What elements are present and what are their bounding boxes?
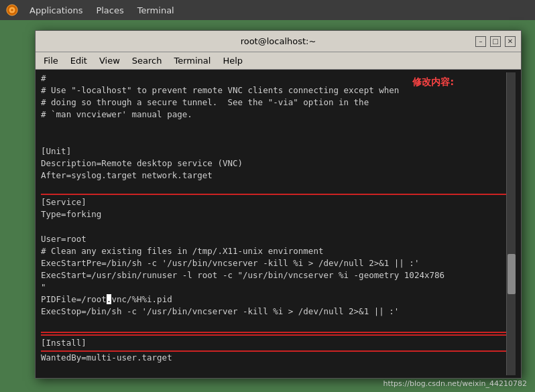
menu-help[interactable]: Help (217, 54, 248, 68)
line-3: # doing so through a secure tunnel. See … (41, 96, 506, 109)
line-7: [Unit] (41, 145, 506, 157)
watermark-url: https://blog.csdn.net/weixin_44210782 (383, 379, 527, 388)
line-wantedby: WantedBy=multi-user.target (41, 352, 506, 364)
menu-file[interactable]: File (38, 54, 64, 68)
top-menubar: Applications Places Terminal (0, 0, 535, 20)
line-6 (41, 133, 506, 145)
line-user: User=root (41, 233, 506, 245)
line-1: # (41, 72, 506, 84)
svg-point-2 (11, 9, 13, 11)
menu-edit[interactable]: Edit (65, 54, 93, 68)
minimize-button[interactable]: – (475, 36, 486, 47)
close-button[interactable]: ✕ (505, 36, 516, 47)
window-controls: – □ ✕ (475, 36, 516, 47)
line-5 (41, 121, 506, 133)
line-2: # Use "-localhost" to prevent remote VNC… (41, 84, 506, 96)
line-blank2 (41, 318, 506, 330)
line-8: Description=Remote desktop service (VNC) (41, 157, 506, 170)
window-title: root@localhost:~ (81, 36, 475, 46)
top-terminal-menu[interactable]: Terminal (132, 3, 180, 18)
line-9: After=syslog.target network.target (41, 170, 506, 182)
top-applications-menu[interactable]: Applications (24, 3, 88, 18)
service-section: [Service] Type=forking User=root # Clean… (41, 194, 506, 332)
line-execstartpre: ExecStartPre=/bin/sh -c '/usr/bin/vncser… (41, 257, 506, 269)
terminal-window: root@localhost:~ – □ ✕ File Edit View Se… (35, 30, 522, 379)
terminal-text[interactable]: # # Use "-localhost" to prevent remote V… (41, 72, 506, 375)
title-bar: root@localhost:~ – □ ✕ (36, 31, 521, 52)
top-places-menu[interactable]: Places (91, 3, 129, 18)
install-section: [Install] (41, 334, 506, 352)
scrollbar-thumb[interactable] (508, 254, 516, 294)
terminal-content: # # Use "-localhost" to prevent remote V… (36, 70, 521, 378)
line-pidfile: PIDFile=/root.vnc/%H%i.pid (41, 293, 506, 306)
line-blank1 (41, 221, 506, 233)
maximize-button[interactable]: □ (490, 36, 501, 47)
line-service: [Service] (41, 196, 506, 208)
terminal-menubar: File Edit View Search Terminal Help (36, 52, 521, 70)
scrollbar[interactable] (506, 72, 516, 375)
line-install: [Install] (41, 337, 506, 349)
menu-view[interactable]: View (94, 54, 125, 68)
line-10 (41, 182, 506, 194)
menu-terminal[interactable]: Terminal (168, 54, 216, 68)
menu-search[interactable]: Search (127, 54, 168, 68)
line-quote: " (41, 281, 506, 293)
line-execstop: ExecStop=/bin/sh -c '/usr/bin/vncserver … (41, 306, 506, 318)
line-type: Type=forking (41, 208, 506, 220)
line-execstart: ExecStart=/usr/sbin/runuser -l root -c "… (41, 269, 506, 281)
os-logo (5, 3, 19, 17)
line-comment: # Clean any existing files in /tmp/.X11-… (41, 245, 506, 257)
line-4: # `man vncviewer' manual page. (41, 109, 506, 121)
